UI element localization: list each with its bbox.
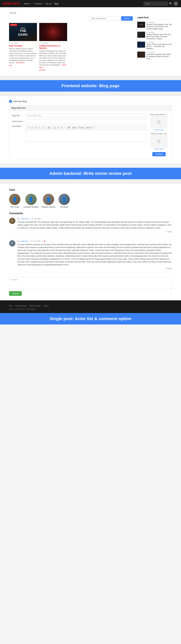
blog-add-form-panel: Blog Add Form Blog Title Select Actors D… [9,105,172,160]
admin-blog-section: + Add New Blog Blog Add Form Blog Title … [0,96,181,163]
card-title[interactable]: Chilling Adventures of Sabrina [39,45,67,49]
cast-item: 👤 Vin Diesel [58,194,70,208]
blog-card: ✦ 27 Jul 2020 Chilling Adventures of Sab… [39,23,67,71]
blog-layout: Search NETFLIX HOLD THE DARK 27 Jul 2020… [9,16,172,71]
card-title[interactable]: Hold The Dark [9,45,37,47]
latest-post-item: 27 Jul 2020 Joaquin Phoenix: More Than J… [137,32,172,40]
toolbar-omega[interactable]: Ω [60,126,63,129]
comment-form: Submit [9,277,172,296]
toolbar-list[interactable]: ∷ [64,126,67,129]
sidebar-title: Latest Post [137,16,172,20]
blog-search-button[interactable]: Search [121,16,133,21]
description-row: Description ✂ ⎘ ⊡ ↩ ↪ | B I U S [12,125,146,142]
comment-textarea[interactable] [9,277,172,289]
blog-card: NETFLIX HOLD THE DARK 27 Jul 2020 Hold T… [9,23,37,71]
header: REDFLEX Movie ▾ Tv Series ▾ My List Blog… [0,0,181,7]
single-post-section: Cast 👤 Tom Cruise 👤 Leonardo DiCaprio 👤 … [0,184,181,300]
toolbar-redo[interactable]: ↪ [41,126,44,129]
avatar[interactable]: J [174,2,178,6]
comment-author: John Rio [21,240,28,242]
nav-movie[interactable]: Movie ▾ [24,2,30,5]
blog-card-image: ✦ [39,23,67,41]
cover-placeholder: 🖼 [151,135,167,148]
footer-link-privacy[interactable]: Privacy Policy [15,305,26,307]
cast-item: 👤 Leonardo DiCaprio [24,194,38,208]
latest-post-image: ATAR [137,22,145,28]
footer-link-faq[interactable]: Faq [9,305,12,307]
actor-name: Dwayne Johnson [42,206,56,208]
cast-list: 👤 Tom Cruise 👤 Leonardo DiCaprio 👤 Dwayn… [9,194,172,208]
card-title-overlay: HOLD THE DARK [18,28,28,36]
single-post-banner: Single post: Actor list & comment option [0,313,181,324]
actor-name: Vin Diesel [58,206,70,208]
comment-item: J By John Doe | 27 Jul 2020 This was a f… [9,218,172,236]
latest-post-item: 27 Jul 2020 Cast View Production, Box Of… [137,52,172,60]
latest-post-item: ATAR 27 Jul 2020 Storyline The Godfather… [137,22,172,30]
reply-button[interactable]: ↩ Reply [18,268,172,270]
toolbar-image[interactable]: 🖼 [67,126,70,129]
delete-icon[interactable]: 🗑 [44,240,46,242]
toolbar-underline[interactable]: U [54,126,56,129]
comments-section: Comments J By John Doe | 27 Jul 2020 Thi… [9,212,172,296]
latest-post-title[interactable]: Cast View Production, Box Office, & Comp… [146,53,172,60]
form-panel-header: Blog Add Form [9,105,172,111]
select-actors-input[interactable] [26,120,146,124]
add-blog-button[interactable]: Add Blog [152,152,166,156]
toolbar-bold[interactable]: B [47,126,50,129]
select-actors-row: Select Actors [12,120,146,124]
header-search-input[interactable] [144,2,168,6]
latest-post-title[interactable]: Joaquin Phoenix: More Than Just Arthur F… [146,33,172,40]
blog-title-input[interactable] [26,114,146,118]
editor-container: ✂ ⎘ ⊡ ↩ ↪ | B I U S Ω ∷ 🖼 [26,125,146,142]
submit-button[interactable]: Submit [9,291,22,296]
edit-icon[interactable]: ✏ [42,240,43,242]
blog-title-row: Blog Title [12,114,146,118]
nav-mylist[interactable]: My List [46,2,52,5]
footer-link-admin[interactable]: Admin [44,305,49,307]
toolbar-copy[interactable]: ⎘ [31,126,34,129]
comment-date: 27 Jul 2020 [32,218,41,220]
blog-cards-list: NETFLIX HOLD THE DARK 27 Jul 2020 Hold T… [9,23,133,71]
toolbar-cut[interactable]: ✂ [27,126,30,129]
latest-post-image [137,52,145,58]
toolbar-italic[interactable]: I [51,126,53,129]
toolbar-strikethrough[interactable]: S [57,126,60,129]
card-stars: ★★★★ [39,69,67,71]
toolbar-styles[interactable]: Styles [71,126,78,129]
search-icon[interactable]: 🔍 [169,2,172,5]
latest-post-title[interactable]: Storyline The Godfather "Don" Vito Corle… [146,24,172,30]
nav-tvseries[interactable]: Tv Series ▾ [33,2,43,5]
toolbar-undo[interactable]: ↩ [38,126,41,129]
section-gap [0,76,181,80]
thumbnail-label: Blog Thumbnail (Max x: ) [149,114,169,116]
nav-blog[interactable]: Blog [54,2,58,5]
editor-toolbar: ✂ ⎘ ⊡ ↩ ↪ | B I U S Ω ∷ 🖼 [26,125,146,130]
form-left: Blog Title Select Actors Description ✂ ⎘… [12,114,146,156]
latest-post-date: 27 Jul 2020 [146,42,172,43]
image-icon: 🖼 [157,120,161,124]
reply-button[interactable]: ↩ Reply [18,231,172,233]
blog-search-row: Search [9,16,133,21]
admin-backend-banner: Admin backend: Write movie review post [0,168,181,179]
blog-search-input[interactable] [90,16,120,21]
editor-area[interactable] [26,130,146,142]
footer-link-refund[interactable]: Refund Policy [30,305,40,307]
actor-name: Leonardo DiCaprio [24,206,38,208]
read-more-link[interactable]: Read More [16,62,24,64]
latest-post-title[interactable]: Titanic: THTR's 1997 Review 9:18 AM 317.… [146,43,172,50]
toolbar-format[interactable]: Format [78,126,85,129]
netflix-badge: NETFLIX [10,24,17,26]
actor-photo: 👤 [43,194,54,205]
select-thumbnail-link[interactable]: Select Image [149,129,169,131]
toolbar-help[interactable]: ? [93,126,96,129]
blog-main: Search NETFLIX HOLD THE DARK 27 Jul 2020… [9,16,133,71]
header-search-area: 🔍 J [144,2,178,6]
image-icon: 🖼 [157,139,161,144]
toolbar-source[interactable]: Source [85,126,92,129]
result-count: 2 Result [9,12,172,14]
comment-text: This was a fantastic film. The acting wa… [18,221,172,230]
select-cover-link[interactable]: Select Image [149,148,169,150]
footer-support-link[interactable]: Get support [27,308,36,310]
toolbar-paste[interactable]: ⊡ [34,126,37,129]
comment-body: By John Doe | 27 Jul 2020 This was a fan… [18,218,172,233]
